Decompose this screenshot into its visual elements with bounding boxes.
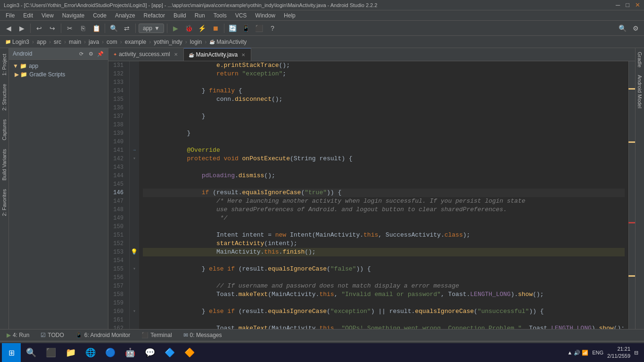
todo-tab[interactable]: ☑ TODO [36,330,68,340]
toolbar-replace-button[interactable]: ⇄ [121,23,132,34]
breadcrumb-login[interactable]: login [189,38,203,46]
language-indicator[interactable]: ENG [592,350,603,355]
menu-item-file[interactable]: File [2,11,18,20]
toolbar-paste-button[interactable]: 📋 [91,23,102,34]
sync-button[interactable]: 🔄 [227,23,239,34]
breadcrumb-src[interactable]: src [52,38,63,46]
maximize-button[interactable]: □ [626,1,629,8]
breadcrumb-login3[interactable]: 📁 Login3 [4,38,31,46]
help-button[interactable]: ? [267,23,278,34]
bc-label-src: src [54,39,61,45]
fold-icon[interactable]: ▾ [133,307,136,316]
code-editor[interactable]: 1311321331341351361371381391401411421431… [108,61,635,329]
toolbar-redo-button[interactable]: ↪ [47,23,58,34]
fold-icon[interactable]: ▾ [133,265,136,273]
line-number-135: 135 [112,95,125,104]
pin-icon[interactable]: 📌 [97,50,104,58]
structure-tab[interactable]: 2: Structure [0,80,8,115]
taskbar-file-explorer[interactable]: 📁 [61,343,80,362]
terminal-tab[interactable]: ⬛ Terminal [137,330,176,340]
taskbar-app-5[interactable]: 🔷 [160,343,179,362]
sync-icon[interactable]: ⟳ [78,50,85,58]
tab-close-java[interactable]: ✕ [241,52,245,58]
menu-item-code[interactable]: Code [89,11,110,20]
taskbar-task-view[interactable]: ⬛ [41,343,60,362]
code-line-144: pdLoading.dismiss(); [143,172,625,180]
tab-activity-success-xml[interactable]: ✦ activity_success.xml ✕ [108,48,184,61]
tab-mainactivity-java[interactable]: ☕ MainActivity.java ✕ [184,48,251,61]
menu-item-analyze[interactable]: Analyze [111,11,139,20]
taskbar-chrome[interactable]: 🔵 [101,343,120,362]
code-line-145 [143,180,625,189]
toolbar-forward-button[interactable]: ▶ [16,23,27,34]
build-variants-tab[interactable]: Build Variants [0,145,8,184]
menu-item-run[interactable]: Run [191,11,209,20]
breadcrumb-mainactivity[interactable]: ☕ MainActivity [208,38,248,46]
menu-item-tools[interactable]: Tools [210,11,231,20]
avd-button[interactable]: 📱 [240,23,252,34]
marker-135 [130,95,139,104]
taskbar-edge[interactable]: 🌐 [81,343,100,362]
menu-item-build[interactable]: Build [170,11,190,20]
stop-button[interactable]: ⏹ [210,23,221,34]
xml-icon: ✦ [113,52,117,57]
taskbar-app-6[interactable]: 🔶 [180,343,199,362]
taskbar-search[interactable]: 🔍 [22,343,41,362]
marker-139 [130,129,139,138]
app-selector[interactable]: app ▼ [139,24,164,33]
code-line-133 [143,78,625,87]
line-number-149: 149 [112,214,125,222]
start-button[interactable]: ⊞ [2,343,21,362]
sdk-button[interactable]: ⬛ [254,23,265,34]
line-number-142: 142 [112,155,125,163]
menu-item-edit[interactable]: Edit [19,11,37,20]
toolbar-undo-button[interactable]: ↩ [33,23,45,34]
breadcrumb-example[interactable]: example [124,38,148,46]
toolbar-cut-button[interactable]: ✂ [64,23,75,34]
line-number-146: 146 [112,189,125,197]
show-desktop[interactable]: ⊟ [634,350,638,356]
toolbar-back-button[interactable]: ◀ [3,23,14,34]
taskbar-right: ▲ 🔊 📶 ENG 21:21 2/11/2559 ⊟ [567,346,642,360]
debug-button[interactable]: 🐞 [183,23,195,34]
minimize-button[interactable]: ─ [616,1,620,8]
toolbar-search-button[interactable]: 🔍 [108,23,119,34]
toolbar-copy-button[interactable]: ⎘ [77,23,89,34]
taskbar-android-studio[interactable]: 🤖 [121,343,140,362]
menu-item-vcs[interactable]: VCS [231,11,251,20]
run-button[interactable]: ▶ [170,23,182,34]
tree-item-gradle-scripts[interactable]: ▶ 📁 Gradle Scripts [11,70,106,79]
cog-icon[interactable]: ⚙ [87,50,95,58]
fold-icon[interactable]: ▾ [133,155,136,163]
menu-item-view[interactable]: View [38,11,58,20]
menu-item-window[interactable]: Window [251,11,279,20]
favorites-tab[interactable]: 2: Favorites [0,185,8,220]
code-content[interactable]: e.printStackTrace(); return "exception";… [139,61,628,329]
messages-tab[interactable]: ✉ 0: Messages [179,330,227,340]
close-button[interactable]: ✕ [635,1,640,8]
line-number-147: 147 [112,197,125,206]
breadcrumb-yothin[interactable]: yothin_indy [152,38,184,46]
captures-tab[interactable]: Captures [0,115,8,144]
menu-item-navigate[interactable]: Navigate [58,11,88,20]
android-monitor-tab[interactable]: 📱 6: Android Monitor [71,330,135,340]
messages-icon: ✉ [183,332,188,338]
menu-item-refactor[interactable]: Refactor [140,11,169,20]
tree-item-app[interactable]: ▼ 📁 app [11,62,106,70]
code-line-136 [143,104,625,112]
gradle-tab[interactable]: Gradle [636,48,644,71]
settings-button[interactable]: ⚙ [630,23,641,34]
apply-changes-button[interactable]: ⚡ [197,23,208,34]
window-controls: ─ □ ✕ [616,1,640,8]
run-tab[interactable]: ▶ 4: Run [2,330,34,340]
menu-item-help[interactable]: Help [280,11,299,20]
android-model-tab[interactable]: Android Model [636,71,644,112]
taskbar-chat[interactable]: 💬 [140,343,159,362]
tab-close-xml[interactable]: ✕ [174,52,178,57]
breadcrumb-java[interactable]: java [87,38,100,46]
project-tab[interactable]: 1: Project [0,50,8,79]
breadcrumb-com[interactable]: com [105,38,119,46]
breadcrumb-app[interactable]: app [35,38,48,46]
search-everywhere-button[interactable]: 🔍 [617,23,628,34]
breadcrumb-main[interactable]: main [67,38,83,46]
